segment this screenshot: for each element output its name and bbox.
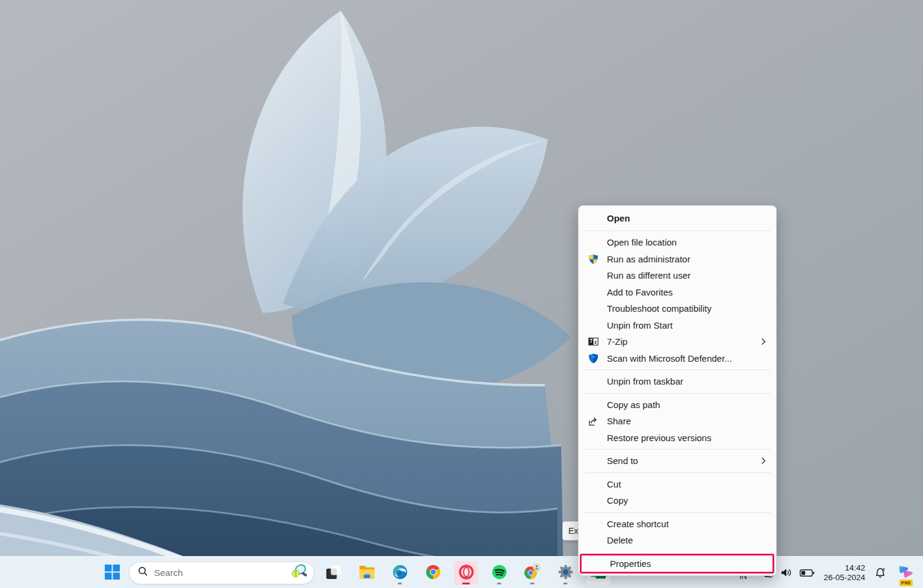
copilot-preview-icon[interactable]: PRE [895, 561, 917, 585]
uac-shield-icon [587, 253, 599, 265]
search-icon [138, 566, 148, 579]
taskbar-icon-task-view[interactable] [322, 561, 346, 585]
file-explorer-icon [358, 565, 376, 582]
menu-separator [584, 449, 771, 450]
menu-item-share[interactable]: Share [579, 413, 776, 430]
menu-item-troubleshoot-compatibility[interactable]: Troubleshoot compatibility [579, 300, 776, 317]
menu-separator [584, 512, 771, 513]
menu-item-label: Cut [607, 479, 621, 489]
svg-text:7: 7 [589, 339, 592, 345]
menu-item-scan-with-defender[interactable]: Scan with Microsoft Defender... [579, 350, 776, 367]
menu-item-unpin-from-start[interactable]: Unpin from Start [579, 317, 776, 334]
menu-item-label: Copy [607, 495, 628, 506]
menu-item-label: Share [607, 416, 631, 426]
menu-item-label: Unpin from taskbar [607, 376, 683, 386]
menu-item-unpin-from-taskbar[interactable]: Unpin from taskbar [579, 373, 776, 390]
clock-time: 14:42 [824, 563, 865, 573]
chrome-profile-icon [523, 563, 541, 583]
taskbar-left-group: X [100, 557, 611, 588]
submenu-chevron-icon [761, 336, 766, 347]
search-input[interactable] [154, 568, 291, 578]
taskbar-icon-opera-gx[interactable] [454, 561, 478, 585]
submenu-chevron-icon [761, 456, 766, 466]
desktop-wallpaper [0, 0, 923, 588]
7zip-icon: 7 z [587, 336, 599, 348]
menu-item-label: Properties [610, 559, 651, 569]
taskbar-icon-settings[interactable] [553, 561, 577, 585]
menu-item-label: Copy as path [607, 400, 660, 410]
menu-item-label: Run as different user [607, 270, 691, 280]
menu-item-label: Scan with Microsoft Defender... [607, 353, 732, 364]
taskbar: X ENG IN [0, 556, 923, 588]
menu-item-properties[interactable]: Properties [582, 556, 772, 572]
menu-item-copy-as-path[interactable]: Copy as path [579, 397, 776, 413]
taskbar-icon-file-explorer[interactable] [355, 561, 379, 585]
battery-icon[interactable] [800, 569, 815, 577]
taskbar-icon-chrome[interactable] [421, 561, 445, 585]
menu-separator [584, 393, 771, 394]
properties-highlight-box: Properties [580, 554, 774, 574]
opera-gx-icon [458, 563, 475, 583]
menu-item-label: Open file location [607, 237, 677, 247]
menu-item-label: 7-Zip [607, 336, 627, 347]
clock-date: 26-05-2024 [824, 573, 865, 583]
menu-item-label: Add to Favorites [607, 287, 673, 297]
windows-logo-icon [105, 565, 120, 582]
menu-item-label: Restore previous versions [607, 433, 711, 443]
menu-item-label: Unpin from Start [607, 320, 673, 330]
context-menu: Open Open file location Run as administr… [578, 205, 777, 576]
svg-text:z: z [594, 339, 597, 345]
menu-item-open[interactable]: Open [579, 209, 776, 227]
taskbar-icon-edge[interactable] [388, 561, 412, 585]
search-box[interactable] [129, 562, 314, 584]
share-icon [587, 415, 599, 427]
menu-separator [584, 472, 771, 473]
menu-item-7zip[interactable]: 7 z 7-Zip [579, 333, 776, 350]
menu-item-cut[interactable]: Cut [579, 476, 776, 493]
menu-item-label: Delete [607, 535, 633, 545]
menu-item-add-to-favorites[interactable]: Add to Favorites [579, 284, 776, 301]
clock[interactable]: 14:42 26-05-2024 [821, 562, 868, 584]
menu-item-create-shortcut[interactable]: Create shortcut [579, 516, 776, 533]
taskbar-icon-chrome-profile[interactable] [520, 561, 544, 585]
menu-item-label: Send to [607, 456, 638, 466]
menu-item-open-file-location[interactable]: Open file location [579, 234, 776, 251]
menu-item-send-to[interactable]: Send to [579, 453, 776, 469]
gear-icon [558, 564, 574, 583]
task-view-icon [326, 564, 342, 583]
menu-item-run-as-administrator[interactable]: Run as administrator [579, 251, 776, 268]
menu-item-label: Troubleshoot compatibility [607, 303, 712, 314]
menu-item-label: Create shortcut [607, 519, 669, 529]
spotify-icon [491, 564, 508, 583]
volume-icon[interactable] [779, 568, 795, 578]
taskbar-icon-spotify[interactable] [487, 561, 511, 585]
search-daily-tennis-icon [291, 564, 309, 582]
bloom-artwork [0, 0, 923, 588]
chrome-icon [425, 564, 441, 583]
menu-item-run-as-different-user[interactable]: Run as different user [579, 267, 776, 284]
defender-shield-icon [587, 352, 599, 364]
menu-item-label: Open [607, 213, 630, 223]
menu-item-restore-previous-versions[interactable]: Restore previous versions [579, 430, 776, 447]
svg-text:z: z [882, 567, 884, 572]
menu-separator [584, 370, 771, 370]
notification-bell-dnd-icon[interactable]: z [872, 567, 888, 578]
menu-item-label: Run as administrator [607, 254, 690, 264]
start-button[interactable] [100, 561, 124, 585]
menu-item-delete[interactable]: Delete [579, 532, 776, 549]
copilot-pre-badge: PRE [900, 580, 913, 586]
menu-separator [584, 231, 771, 231]
edge-icon [392, 564, 408, 583]
menu-item-copy[interactable]: Copy [579, 492, 776, 509]
